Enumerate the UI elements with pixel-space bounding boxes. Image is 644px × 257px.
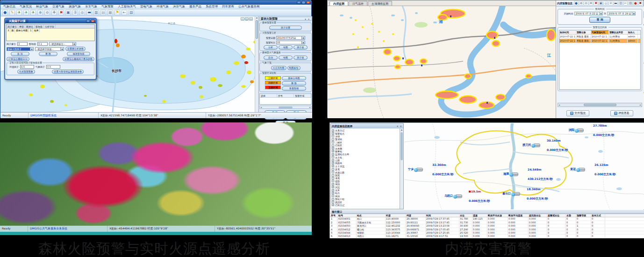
toolbar-icon[interactable]: ◎ (79, 10, 85, 15)
chevron-down-icon[interactable]: ▼ (60, 48, 64, 50)
menu-item[interactable]: 公共气象服务网 (238, 5, 260, 9)
panel-toolbar-icon[interactable]: ⊕ (579, 1, 584, 6)
layer-checkbox[interactable] (332, 165, 334, 167)
layer-checkbox[interactable] (332, 189, 334, 192)
menu-item[interactable]: 气象信息 (3, 5, 15, 9)
menu-item[interactable]: 系统管理 (206, 5, 218, 9)
service-button[interactable]: 绘图 (279, 56, 293, 60)
toolbar-icon[interactable]: ✈ (16, 10, 22, 15)
menu-item[interactable]: 雷电气象 (140, 5, 152, 9)
hydro-station[interactable]: 浏阳 27.789m 0.000立方米/秒 (569, 128, 584, 132)
close-icon[interactable]: ✕ (307, 18, 310, 21)
dialog-title-bar[interactable]: 火险因子计算 ─ ✕ (5, 19, 96, 23)
service-button[interactable]: 因子值 (293, 56, 308, 60)
table-row[interactable]: 661534013 乌咀口111.18271 31.100162009/7/29… (330, 235, 644, 238)
make-warning-button[interactable]: 生成预警图像 (17, 70, 35, 74)
factor-grid[interactable]: 因子索引类型图层名影响值分析字段 3面森林分布图1地类 (6, 24, 95, 41)
layer-checkbox[interactable] (332, 180, 334, 182)
chevron-down-icon[interactable]: ▼ (72, 43, 76, 45)
menu-item[interactable]: 人工影响天气 (118, 5, 136, 9)
table-row[interactable]: 261534055 天鹅洲水文站112.150000 29.801112009/… (330, 221, 644, 224)
panel-toolbar-icon[interactable]: ⊖ (584, 1, 588, 6)
impact-input[interactable]: 0.1 (37, 42, 48, 46)
layer-checkbox[interactable] (332, 150, 334, 152)
table-row[interactable]: 361534050 富池河口112.461232 29.9090932009/7… (330, 224, 644, 228)
dialog-minimize-icon[interactable]: ─ (86, 20, 90, 23)
layer-checkbox[interactable] (332, 129, 334, 132)
tree-scrollbar[interactable]: ▲ (400, 128, 403, 209)
hydro-station[interactable]: 宁乡 32.360m 0.000立方米/秒 (408, 167, 423, 171)
warning-region-list[interactable]: 选择序号预警区域 (259, 93, 312, 105)
title-bar[interactable]: ─ □ ✕ (0, 0, 311, 5)
chevron-down-icon[interactable]: ▼ (301, 41, 305, 44)
scroll-right-icon[interactable]: ► (640, 104, 641, 106)
toolbar-icon[interactable]: ▣ (65, 10, 71, 15)
scroll-up-icon[interactable]: ▲ (401, 128, 402, 131)
area-param-button[interactable]: 设置面分析参数 (65, 47, 86, 51)
panel-toolbar-icon[interactable]: ▥ (618, 1, 623, 6)
close-icon[interactable]: ✕ (399, 125, 402, 128)
dialog-close-icon[interactable]: ✕ (91, 20, 95, 23)
annotation-select[interactable]: --请选择标注--▼ (49, 42, 76, 46)
toolbar-icon[interactable]: ● (2, 10, 8, 15)
toolbar-icon[interactable]: ② (72, 10, 78, 15)
collapse-icon[interactable]: ▾ (396, 125, 399, 128)
factor-setting-button[interactable]: 因子设置 (269, 26, 302, 30)
warning-list-table[interactable]: 制作时间 预警名称 气象预报时间 预警信息类型 制作人 2010-07-22 1… (559, 30, 641, 90)
hydro-station[interactable]: 乌咀口 19.5m 0.006立方米/秒 (444, 194, 462, 198)
chevron-down-icon[interactable]: ▼ (30, 48, 33, 50)
intervention-button[interactable]: 制图标绘 (287, 66, 301, 70)
warning-date-select[interactable]: 2010年07月25日▼ (276, 36, 305, 40)
hydro-station[interactable]: 捞刀河 30.140m 0.000立方米/秒 (522, 143, 540, 147)
toolbar-icon[interactable]: ▬ (86, 10, 92, 15)
toolbar-icon[interactable]: ▧ (129, 10, 134, 15)
panel-scrollbar[interactable]: ◄ ► (259, 106, 312, 109)
toolbar-icon[interactable]: ⊕ (37, 10, 43, 15)
chevron-down-icon[interactable]: ▼ (301, 36, 305, 39)
map-tab[interactable]: 土壤墒情监测 (368, 1, 392, 6)
field-select[interactable]: --请选择字段值--▼ (35, 47, 64, 51)
service-button[interactable]: 自动 (264, 56, 278, 60)
region-button[interactable]: 查看险情 (282, 86, 306, 91)
toolbar-icon[interactable]: ⊖ (44, 10, 50, 15)
menu-item[interactable]: 日常发布 (222, 5, 234, 9)
panel-toolbar-icon[interactable]: ← (623, 1, 628, 6)
layer-checkbox[interactable] (332, 174, 334, 177)
hydro-station[interactable]: 湘潭 24.549m 430.212立方米/秒 (503, 172, 518, 176)
panel-toolbar-icon[interactable]: ✚ (589, 1, 594, 6)
factor-index-input[interactable]: 3 (17, 42, 28, 46)
region-button[interactable]: 删 除 (282, 81, 306, 86)
panel-toolbar-icon[interactable]: ② (608, 1, 613, 6)
toolbar-icon[interactable]: ✚ (51, 10, 57, 15)
layer-checkbox[interactable] (332, 177, 334, 179)
toolbar-icon[interactable]: ✈ (30, 10, 36, 15)
menu-item[interactable]: 水文气象 (85, 5, 97, 9)
map-tab[interactable]: 日气温差 (349, 1, 367, 6)
layer-checkbox[interactable] (332, 153, 334, 156)
child-close-icon[interactable]: ✕ (249, 17, 253, 21)
warning-time-select[interactable]: 05▼ (276, 41, 305, 44)
level-param-button[interactable]: 设置火险等级监测预警参数 (52, 70, 84, 74)
toolbar-icon[interactable]: ✖ (58, 10, 64, 15)
detail-view-button[interactable]: 详情查看 (610, 110, 633, 116)
panel-horizontal-scrollbar[interactable]: ◄ ► (558, 103, 642, 107)
layer-checkbox[interactable] (332, 132, 334, 135)
layer-checkbox[interactable] (332, 162, 334, 164)
met-factor-input[interactable]: 0.5 (46, 65, 60, 69)
rain-overlay-button[interactable]: 设置综合暴雨因子叠加参数 (63, 57, 94, 61)
hydro-station[interactable]: 暮云口 18.340m 0.000立方米/秒 (502, 192, 520, 196)
analysis-button[interactable]: 分析 (264, 45, 278, 50)
layer-checkbox[interactable] (332, 186, 334, 188)
calc-grid-button[interactable]: 计算综合栅格Grid (7, 57, 29, 61)
toolbar-icon[interactable]: ▦ (107, 10, 113, 15)
layer-checkbox[interactable] (332, 144, 334, 147)
chevron-down-icon[interactable]: ▼ (632, 12, 635, 15)
panel-toolbar-icon[interactable]: ▣ (599, 1, 603, 6)
child-restore-icon[interactable]: □ (245, 17, 249, 21)
analysis-button[interactable]: 绘图 (279, 45, 293, 50)
layer-checkbox[interactable] (332, 141, 334, 143)
menu-item[interactable]: 林业气象 (36, 5, 48, 9)
table-row[interactable]: 561534044 城陵矶113.103044 29.308672009/7/2… (330, 231, 644, 235)
scroll-left-icon[interactable]: ◄ (558, 104, 560, 106)
maximize-icon[interactable]: □ (301, 1, 306, 4)
